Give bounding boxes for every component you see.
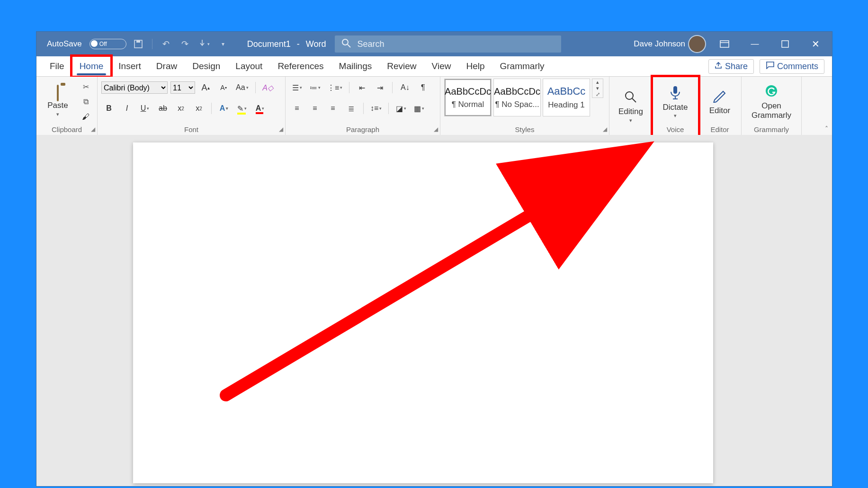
font-color-button[interactable]: A▾ [252, 102, 268, 115]
group-label-editor: Editor [702, 125, 737, 135]
paste-button[interactable]: Paste ▾ [40, 79, 75, 125]
tab-layout[interactable]: Layout [228, 56, 270, 76]
group-label-voice: Voice [656, 125, 694, 135]
comments-button[interactable]: Comments [760, 59, 824, 74]
open-grammarly-button[interactable]: Open Grammarly [745, 79, 797, 125]
italic-button[interactable]: I [119, 102, 134, 115]
dialog-launcher-icon[interactable]: ◢ [91, 126, 95, 133]
copy-button[interactable] [78, 96, 93, 108]
style-normal[interactable]: AaBbCcDc ¶ Normal [444, 79, 492, 116]
grow-font-button[interactable]: A▴ [198, 81, 213, 94]
collapse-ribbon-icon[interactable]: ˄ [825, 125, 828, 133]
text-effects-button[interactable]: A▾ [216, 102, 232, 115]
bullets-button[interactable]: ☰▾ [289, 81, 304, 94]
multilevel-list-button[interactable]: ⋮≡▾ [325, 81, 344, 94]
grammarly-icon [764, 84, 779, 100]
sort-button[interactable]: A↓ [397, 81, 412, 94]
ribbon-tabs: File Home Insert Draw Design Layout Refe… [36, 56, 832, 77]
tab-draw[interactable]: Draw [149, 56, 185, 76]
align-right-button[interactable]: ≡ [325, 102, 340, 115]
group-font: Calibri (Body) 11 A▴ A▾ Aa▾ A◇ B I U▾ ab [98, 77, 286, 135]
tab-home[interactable]: Home [72, 56, 111, 76]
search-icon [624, 90, 637, 106]
superscript-button[interactable]: x2 [191, 102, 206, 115]
minimize-icon[interactable]: — [744, 35, 766, 53]
document-canvas[interactable] [36, 135, 832, 486]
editing-button[interactable]: Editing ▾ [613, 79, 648, 135]
styles-expand-icon[interactable]: ⤢ [592, 91, 603, 98]
svg-rect-1 [136, 40, 140, 43]
group-styles: AaBbCcDc ¶ Normal AaBbCcDc ¶ No Spac... … [440, 77, 609, 135]
search-input[interactable] [357, 39, 555, 50]
dictate-button[interactable]: Dictate ▾ [656, 79, 694, 125]
comments-label: Comments [777, 62, 818, 71]
user-name: Dave Johnson [634, 39, 685, 49]
microphone-icon [669, 85, 682, 102]
signed-in-user[interactable]: Dave Johnson [634, 36, 705, 52]
styles-gallery-scroll[interactable]: ▴ ▾ ⤢ [592, 79, 603, 98]
tab-mailings[interactable]: Mailings [331, 56, 380, 76]
style-no-spacing[interactable]: AaBbCcDc ¶ No Spac... [493, 79, 541, 116]
tab-design[interactable]: Design [185, 56, 228, 76]
highlight-color-button[interactable]: ✎▾ [234, 102, 250, 115]
style-normal-label: ¶ Normal [452, 100, 484, 109]
touch-mode-icon[interactable]: ▾ [197, 37, 211, 51]
autosave-toggle[interactable]: Off [89, 39, 126, 49]
editor-button[interactable]: Editor [702, 79, 737, 125]
show-marks-button[interactable]: ¶ [415, 81, 430, 94]
group-editing: Editing ▾ [609, 77, 653, 135]
bold-button[interactable]: B [101, 102, 116, 115]
style-no-spacing-label: ¶ No Spac... [495, 100, 539, 109]
tab-view[interactable]: View [424, 56, 459, 76]
font-size-select[interactable]: 11 [170, 81, 195, 94]
format-painter-button[interactable] [78, 111, 93, 123]
chevron-down-icon: ▾ [629, 117, 632, 124]
line-spacing-button[interactable]: ↕≡▾ [368, 102, 384, 115]
numbering-button[interactable]: ≔▾ [307, 81, 322, 94]
customize-qat-icon[interactable]: ▾ [216, 37, 230, 51]
save-icon[interactable] [131, 37, 145, 51]
style-heading-1[interactable]: AaBbCc Heading 1 [543, 79, 590, 116]
font-name-select[interactable]: Calibri (Body) [101, 81, 168, 94]
document-title: Document1 - Word [247, 39, 326, 49]
word-window: AutoSave Off ↶ ↷ ▾ ▾ Document1 - Word [36, 32, 832, 486]
clear-formatting-button[interactable]: A◇ [260, 81, 276, 94]
undo-icon[interactable]: ↶ [159, 37, 173, 51]
search-box[interactable] [335, 35, 561, 53]
shrink-font-button[interactable]: A▾ [216, 81, 231, 94]
redo-icon[interactable]: ↷ [178, 37, 192, 51]
subscript-button[interactable]: x2 [173, 102, 188, 115]
shading-button[interactable]: ◪▾ [394, 102, 409, 115]
dialog-launcher-icon[interactable]: ◢ [434, 126, 438, 133]
document-page[interactable] [133, 142, 713, 483]
chevron-up-icon[interactable]: ▴ [592, 79, 603, 85]
dialog-launcher-icon[interactable]: ◢ [603, 126, 607, 133]
group-paragraph: ☰▾ ≔▾ ⋮≡▾ ⇤ ⇥ A↓ ¶ ≡ ≡ ≡ ≣ ↕≡▾ [286, 77, 440, 135]
change-case-button[interactable]: Aa▾ [234, 81, 251, 94]
align-center-button[interactable]: ≡ [307, 102, 322, 115]
increase-indent-button[interactable]: ⇥ [372, 81, 387, 94]
maximize-icon[interactable] [774, 35, 796, 53]
search-icon [341, 38, 351, 50]
underline-button[interactable]: U▾ [137, 102, 152, 115]
tab-help[interactable]: Help [458, 56, 492, 76]
tab-grammarly[interactable]: Grammarly [492, 56, 552, 76]
tab-insert[interactable]: Insert [111, 56, 149, 76]
dialog-launcher-icon[interactable]: ◢ [279, 126, 283, 133]
share-button[interactable]: Share [708, 59, 754, 74]
justify-button[interactable]: ≣ [343, 102, 358, 115]
align-left-button[interactable]: ≡ [289, 102, 304, 115]
close-icon[interactable]: ✕ [805, 35, 826, 53]
tab-review[interactable]: Review [379, 56, 424, 76]
strikethrough-button[interactable]: ab [155, 102, 170, 115]
tab-file[interactable]: File [42, 56, 72, 76]
cut-button[interactable] [78, 80, 93, 93]
decrease-indent-button[interactable]: ⇤ [354, 81, 369, 94]
ribbon-display-options-icon[interactable] [714, 35, 735, 53]
group-label-grammarly: Grammarly [745, 125, 797, 135]
svg-rect-9 [673, 86, 677, 94]
group-label-styles: Styles ◢ [444, 125, 605, 135]
tab-references[interactable]: References [270, 56, 331, 76]
borders-button[interactable]: ▦▾ [412, 102, 427, 115]
chevron-down-icon[interactable]: ▾ [592, 85, 603, 91]
